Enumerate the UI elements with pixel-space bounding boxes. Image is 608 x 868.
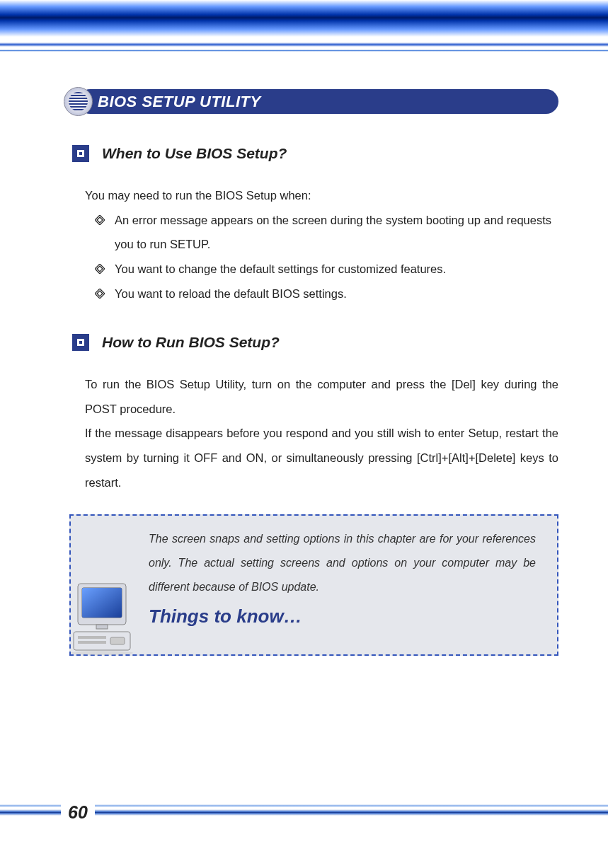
svg-rect-3 xyxy=(96,625,108,629)
svg-rect-6 xyxy=(78,641,106,644)
svg-point-8 xyxy=(71,651,133,655)
page-content: BIOS SETUP UTILITY When to Use BIOS Setu… xyxy=(0,52,608,656)
square-bullet-icon xyxy=(72,334,89,351)
heading-text: When to Use BIOS Setup? xyxy=(102,145,287,162)
diamond-icon xyxy=(85,282,115,299)
title-circle-icon xyxy=(64,87,93,116)
paragraph-text: If the message disappears before you res… xyxy=(85,421,558,494)
diamond-icon xyxy=(85,208,115,225)
bullet-text: You want to reload the default BIOS sett… xyxy=(115,282,551,306)
list-item: You want to change the default settings … xyxy=(85,257,551,282)
svg-rect-2 xyxy=(82,588,122,618)
heading-text: How to Run BIOS Setup? xyxy=(102,334,280,351)
info-callout-box: The screen snaps and setting options in … xyxy=(69,514,558,656)
bullet-text: You want to change the default settings … xyxy=(115,257,551,282)
info-title: Things to know… xyxy=(149,606,536,627)
svg-rect-5 xyxy=(78,636,106,639)
computer-icon xyxy=(67,579,137,659)
list-item: An error message appears on the screen d… xyxy=(85,208,551,257)
header-decoration xyxy=(0,0,608,52)
chapter-title-banner: BIOS SETUP UTILITY xyxy=(64,87,558,117)
square-bullet-icon xyxy=(72,145,89,162)
section-heading-how: How to Run BIOS Setup? xyxy=(72,334,558,351)
svg-rect-7 xyxy=(110,637,125,644)
diamond-icon xyxy=(85,257,115,274)
bullet-text: An error message appears on the screen d… xyxy=(115,208,551,257)
paragraph-text: To run the BIOS Setup Utility, turn on t… xyxy=(85,372,558,421)
chapter-title: BIOS SETUP UTILITY xyxy=(98,93,261,111)
info-text: The screen snaps and setting options in … xyxy=(149,527,536,598)
list-item: You want to reload the default BIOS sett… xyxy=(85,282,551,306)
page-number: 60 xyxy=(61,802,95,823)
bullet-list: An error message appears on the screen d… xyxy=(85,208,551,306)
section-heading-when: When to Use BIOS Setup? xyxy=(72,145,558,162)
intro-text: You may need to run the BIOS Setup when: xyxy=(85,183,558,208)
